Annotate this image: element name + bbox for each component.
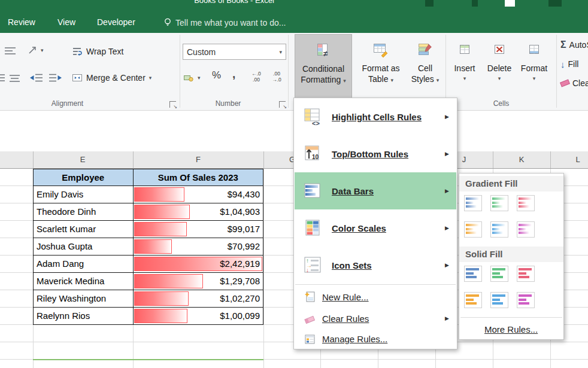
align-left-icon[interactable] <box>0 72 6 84</box>
menu-item-color-scales[interactable]: Color Scales ▶ <box>295 209 456 247</box>
align-center-icon[interactable] <box>8 73 22 84</box>
table-row[interactable]: Emily Davis $94,430 <box>34 186 263 203</box>
employee-name-cell[interactable]: Riley Washington <box>34 290 134 308</box>
menu-item-label: Highlight Cells Rules <box>332 112 422 122</box>
svg-text:10: 10 <box>312 154 319 160</box>
caret-icon: ▾ <box>149 75 152 81</box>
increase-indent-icon[interactable] <box>48 72 63 84</box>
solid-fill-purple-swatch[interactable] <box>517 292 535 308</box>
menu-item-label: Data Bars <box>332 186 374 196</box>
employee-name-cell[interactable]: Raelynn Rios <box>34 308 134 325</box>
decrease-indent-icon[interactable] <box>29 72 44 84</box>
table-row[interactable]: Scarlett Kumar $99,017 <box>34 221 263 238</box>
decrease-decimal-button[interactable]: .00 →.0 <box>268 69 285 84</box>
sales-value-cell[interactable]: $2,42,919 <box>134 256 263 273</box>
menu-item-clear-rules[interactable]: Clear Rules ▶ <box>295 308 456 329</box>
table-row[interactable]: Maverick Medina $1,29,708 <box>34 273 263 290</box>
solid-fill-lightblue-swatch[interactable] <box>490 292 508 308</box>
merge-center-button[interactable]: Merge & Center ▾ <box>72 69 151 86</box>
tab-developer[interactable]: Developer <box>97 17 135 27</box>
gradient-fill-red-swatch[interactable] <box>517 195 535 211</box>
svg-text:↓: ↓ <box>306 267 309 273</box>
gradient-fill-lightblue-swatch[interactable] <box>490 221 508 238</box>
number-format-combobox[interactable]: Custom ▾ <box>183 44 286 60</box>
menu-item-label: Top/Bottom Rules <box>332 149 408 159</box>
column-header-divider <box>133 151 134 168</box>
table-header-sales[interactable]: Sum Of Sales 2023 <box>134 169 263 186</box>
menu-item-new-rule[interactable]: New Rule... <box>295 286 456 308</box>
clear-label: Clear <box>572 78 588 88</box>
employee-name-cell[interactable]: Joshua Gupta <box>34 238 134 256</box>
tab-review[interactable]: Review <box>8 17 35 27</box>
solid-fill-green-swatch[interactable] <box>490 266 508 282</box>
sales-value-cell[interactable]: $1,29,708 <box>134 273 263 290</box>
tab-view[interactable]: View <box>57 17 75 27</box>
menu-item-icon-sets[interactable]: ↑→↓ Icon Sets ▶ <box>295 247 456 284</box>
sales-value-cell[interactable]: $99,017 <box>134 221 263 238</box>
svg-text:≠: ≠ <box>323 49 328 58</box>
table-row[interactable]: Theodore Dinh $1,04,903 <box>34 203 263 221</box>
clear-button[interactable]: Clear <box>560 76 588 90</box>
table-row[interactable]: Riley Washington $1,02,270 <box>34 290 263 308</box>
group-divider <box>556 35 557 108</box>
menu-separator <box>295 284 456 285</box>
gradient-fill-green-swatch[interactable] <box>490 195 508 211</box>
caret-icon: ▾ <box>343 78 346 84</box>
menu-item-more-rules[interactable]: More Rules... <box>459 321 563 339</box>
employee-name-cell[interactable]: Adam Dang <box>34 256 134 273</box>
orientation-icon[interactable]: ▾ <box>28 45 44 56</box>
table-header-employee[interactable]: Employee <box>34 169 134 186</box>
menu-item-top-bottom-rules[interactable]: 10 Top/Bottom Rules ▶ <box>295 135 456 172</box>
tell-me-box[interactable]: Tell me what you want to do... <box>175 18 286 28</box>
menu-item-label: Color Scales <box>332 223 386 233</box>
number-dialog-launcher[interactable] <box>279 101 286 108</box>
alignment-dialog-launcher[interactable] <box>169 101 176 108</box>
align-lines-icon[interactable] <box>4 45 18 57</box>
table-row[interactable]: Adam Dang $2,42,919 <box>34 256 263 273</box>
column-header-k[interactable]: K <box>519 155 525 164</box>
fill-button[interactable]: ↓ Fill <box>560 57 578 71</box>
column-header-l[interactable]: L <box>575 155 580 164</box>
number-format-value: Custom <box>187 47 216 57</box>
submenu-arrow-icon: ▶ <box>445 262 449 268</box>
gradient-fill-orange-swatch[interactable] <box>464 221 482 238</box>
lightbulb-icon <box>163 17 172 28</box>
table-row[interactable]: Joshua Gupta $70,992 <box>34 238 263 256</box>
delete-cells-button[interactable]: Delete ▾ <box>483 34 516 110</box>
column-header-e[interactable]: E <box>80 155 86 164</box>
sales-value-cell[interactable]: $94,430 <box>134 186 263 203</box>
highlight-cells-rules-icon: <> <box>302 107 323 127</box>
employee-name-cell[interactable]: Emily Davis <box>34 186 134 203</box>
menu-item-highlight-cells-rules[interactable]: <> Highlight Cells Rules ▶ <box>295 98 456 135</box>
solid-fill-red-swatch[interactable] <box>517 266 535 282</box>
sales-value: $1,04,903 <box>220 203 260 220</box>
menu-item-manage-rules[interactable]: Manage Rules... <box>295 329 456 349</box>
employee-name-cell[interactable]: Theodore Dinh <box>34 203 134 221</box>
sales-value-cell[interactable]: $1,04,903 <box>134 203 263 221</box>
column-header-j[interactable]: J <box>462 155 466 164</box>
table-header-row[interactable]: Employee Sum Of Sales 2023 <box>33 169 263 186</box>
increase-decimal-button[interactable]: ←.0 .00 <box>248 69 265 84</box>
solid-fill-orange-swatch[interactable] <box>464 292 482 308</box>
menu-item-data-bars[interactable]: Data Bars ▶ <box>295 172 456 209</box>
table-row[interactable]: Raelynn Rios $1,00,099 <box>34 308 263 325</box>
gradient-fill-purple-swatch[interactable] <box>517 221 535 238</box>
autosum-button[interactable]: Σ AutoSum <box>560 38 588 52</box>
sales-value-cell[interactable]: $1,02,270 <box>134 290 263 308</box>
format-cells-button[interactable]: Format ▾ <box>516 34 552 110</box>
svg-text:<>: <> <box>312 120 320 127</box>
employee-name-cell[interactable]: Maverick Medina <box>34 273 134 290</box>
accounting-format-button[interactable]: ▾ <box>183 69 201 86</box>
gradient-fill-blue-swatch[interactable] <box>464 195 482 211</box>
column-header-f[interactable]: F <box>196 155 201 164</box>
sales-value: $1,00,099 <box>220 308 260 324</box>
wrap-text-button[interactable]: Wrap Text <box>72 43 124 60</box>
sales-value-cell[interactable]: $70,992 <box>134 238 263 256</box>
caret-icon: ▾ <box>390 77 393 83</box>
submenu-separator <box>460 317 562 318</box>
employee-name-cell[interactable]: Scarlett Kumar <box>34 221 134 238</box>
solid-fill-blue-swatch[interactable] <box>464 266 482 282</box>
comma-style-button[interactable]: , <box>232 68 235 81</box>
percent-style-button[interactable]: % <box>212 69 221 81</box>
sales-value-cell[interactable]: $1,00,099 <box>134 308 263 325</box>
